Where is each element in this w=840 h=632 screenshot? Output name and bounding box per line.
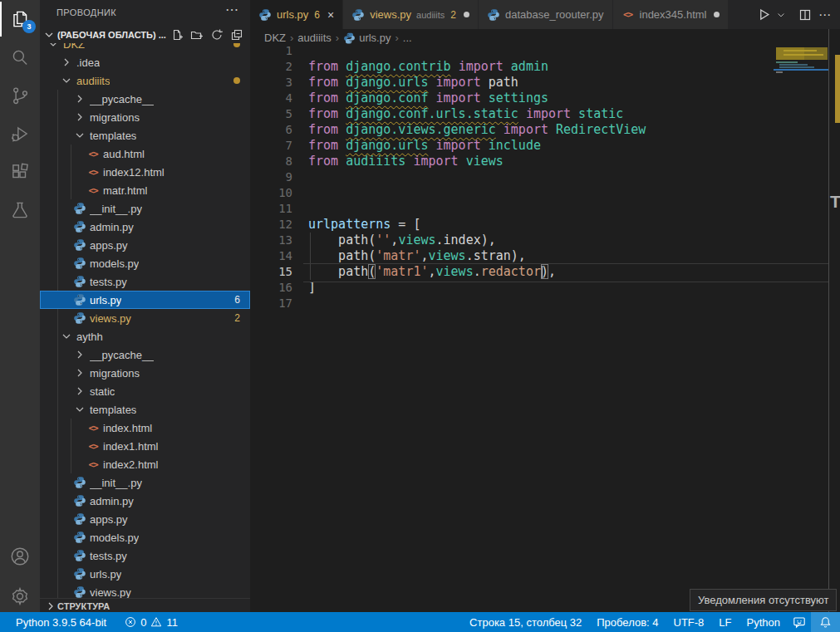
code-line-12[interactable]: 12urlpatterns = [ [250,217,828,233]
workspace-section-header[interactable]: (РАБОЧАЯ ОБЛАСТЬ) ... [40,27,250,43]
code-line-17[interactable]: 17 [250,296,828,311]
tree-item-apps-py[interactable]: apps.py [40,510,250,528]
python-interpreter-status[interactable]: Python 3.9.5 64-bit [8,612,114,632]
tab-views-py[interactable]: views.pyaudiiits2 [343,0,478,29]
tree-item--init-py[interactable]: __init__.py [40,473,250,492]
tab-database-roouter-py[interactable]: database_roouter.py [479,0,612,29]
code-line-6[interactable]: 6from django.views.generic import Redire… [250,122,828,138]
tree-item--pycache-[interactable]: __pycache__ [40,345,250,364]
source-control-icon[interactable] [0,76,40,115]
modified-dot-icon[interactable] [464,12,469,17]
tree-item-models-py[interactable]: models.py [40,254,250,272]
tree-item-views-py[interactable]: views.py2 [40,309,250,327]
chevron-right-icon [44,600,57,613]
run-debug-icon[interactable] [0,115,40,153]
code-line-5[interactable]: 5from django.conf.urls.static import sta… [250,106,828,122]
cursor-position-status[interactable]: Строка 15, столбец 32 [462,612,589,632]
outline-section-header[interactable]: СТРУКТУРА [40,598,250,612]
language-mode-status[interactable]: Python [739,612,788,632]
error-icon [125,616,136,628]
line-number: 9 [250,169,303,185]
code-line-4[interactable]: 4from django.conf import settings [250,91,828,106]
warning-count: 11 [166,616,178,629]
more-actions-icon[interactable]: ⋯ [817,5,833,25]
tree-item--init-py[interactable]: __init__.py [40,199,250,218]
tree-item-aythh[interactable]: aythh [40,327,250,345]
tree-item-templates[interactable]: templates [40,126,250,145]
problems-status[interactable]: 0 11 [117,612,185,632]
html-file-icon: <> [86,165,100,179]
settings-gear-icon[interactable] [0,580,40,613]
tree-item-audiiits[interactable]: audiiits [40,71,250,90]
code-line-8[interactable]: 8from audiiits import views [250,154,828,169]
run-button-icon[interactable] [755,5,772,25]
tree-item-admin-py[interactable]: admin.py [40,218,250,236]
tree-item-label: matr.html [103,184,147,197]
breadcrumb-item[interactable]: ... [403,32,412,44]
new-file-icon[interactable] [170,28,184,42]
eol-status[interactable]: LF [711,612,739,632]
code-line-10[interactable]: 10 [250,185,828,201]
tab-index345-html[interactable]: <>index345.html [613,0,729,29]
accounts-icon[interactable] [0,540,40,573]
modified-dot-icon[interactable] [714,12,720,17]
tree-item-apps-py[interactable]: apps.py [40,236,250,254]
search-icon[interactable] [0,38,40,76]
tree-item-aud-html[interactable]: <>aud.html [40,145,250,163]
code-line-7[interactable]: 7from django.urls import include [250,138,828,154]
chevron-right-icon [73,92,86,105]
code-line-16[interactable]: 16] [250,280,828,296]
run-dropdown-chevron-icon[interactable] [775,5,787,25]
breadcrumb-item[interactable]: audiiits [297,32,331,44]
testing-icon[interactable] [0,191,40,229]
tree-item--pycache-[interactable]: __pycache__ [40,90,250,108]
tree-item-index12-html[interactable]: <>index12.html [40,163,250,181]
tree-item-index2-html[interactable]: <>index2.html [40,455,250,473]
collapse-all-icon[interactable] [230,28,243,42]
breadcrumb[interactable]: DKZ›audiiits›urls.py›... [250,29,840,46]
tree-item-tests-py[interactable]: tests.py [40,546,250,565]
breadcrumb-item[interactable]: urls.py [359,32,391,44]
python-file-icon [487,8,500,22]
tree-item-migrations[interactable]: migrations [40,108,250,126]
indentation-status[interactable]: Пробелов: 4 [589,612,666,632]
tree-item-urls-py[interactable]: urls.py [40,565,250,583]
notifications-bell-icon[interactable] [811,612,840,632]
breadcrumb-item[interactable]: DKZ [264,32,286,44]
line-number: 15 [250,264,303,280]
tree-item-static[interactable]: static [40,382,250,400]
tree-item-index-html[interactable]: <>index.html [40,419,250,437]
split-editor-icon[interactable] [797,5,813,25]
code-line-13[interactable]: 13 path('',views.index), [250,233,828,248]
tree-item-matr-html[interactable]: <>matr.html [40,181,250,199]
close-tab-icon[interactable]: × [327,9,334,21]
code-line-3[interactable]: 3from django.urls import path [250,75,828,91]
code-line-15[interactable]: 15 path('matr1',views.redactor), [250,264,828,280]
tree-item-index1-html[interactable]: <>index1.html [40,437,250,455]
editor-scrollbar[interactable]: T [828,29,840,612]
tree-item-admin-py[interactable]: admin.py [40,492,250,510]
new-folder-icon[interactable] [190,28,204,42]
code-line-14[interactable]: 14 path('matr',views.stran), [250,248,828,264]
code-line-11[interactable]: 11 [250,201,828,217]
code-editor[interactable]: 12from django.contrib import admin3from … [250,43,828,612]
encoding-status[interactable]: UTF-8 [666,612,712,632]
tree-item-migrations[interactable]: migrations [40,364,250,382]
tab-urls-py[interactable]: urls.py6× [250,0,342,29]
tree-item-templates[interactable]: templates [40,400,250,419]
tab-label: urls.py [277,8,308,21]
tree-item-tests-py[interactable]: tests.py [40,272,250,291]
tree-item--idea[interactable]: .idea [40,53,250,71]
explorer-icon[interactable]: 3 [0,0,40,38]
refresh-icon[interactable] [210,28,224,42]
code-line-2[interactable]: 2from django.contrib import admin [250,59,828,75]
tree-item-models-py[interactable]: models.py [40,528,250,546]
tree-item-label: apps.py [90,513,128,526]
python-file-icon [73,257,86,270]
feedback-icon[interactable] [788,612,811,632]
views-more-actions-icon[interactable]: ⋯ [225,2,238,17]
code-line-9[interactable]: 9 [250,169,828,185]
minimap[interactable] [774,46,828,120]
tree-item-urls-py[interactable]: urls.py6 [40,291,250,309]
extensions-icon[interactable] [0,153,40,191]
